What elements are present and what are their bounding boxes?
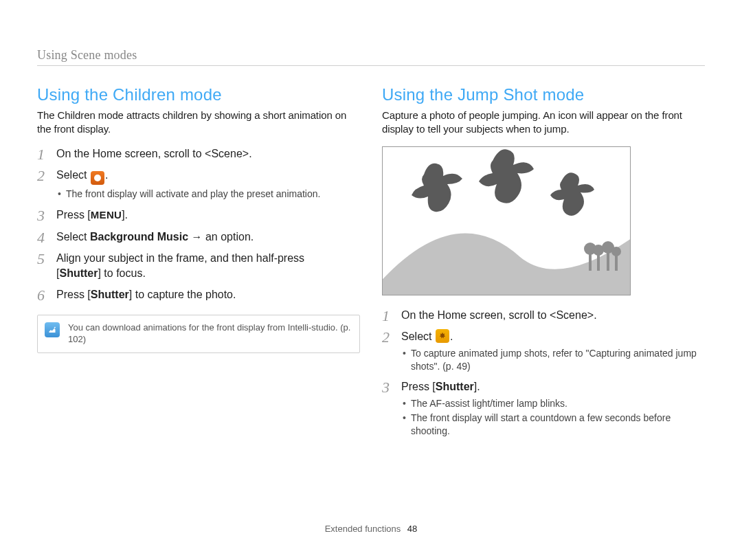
children-mode-icon — [91, 171, 104, 185]
step-2: Select . The front display will activate… — [37, 168, 360, 201]
step-bold: Background Music — [90, 231, 188, 243]
step-3: Press [MENU]. — [37, 208, 360, 223]
step-text-pre: Select — [401, 331, 435, 342]
step-text-pre: Press [ — [401, 381, 436, 392]
step-text-post: → an option. — [188, 231, 254, 243]
divider — [37, 65, 705, 66]
step-text-pre: Press [ — [56, 209, 91, 221]
step-bold: Shutter — [59, 267, 98, 279]
step-text-post: ] to capture the photo. — [129, 289, 236, 300]
step-5: Align your subject in the frame, and the… — [37, 251, 360, 280]
note-text: You can download animations for the fron… — [68, 322, 350, 344]
footer-section: Extended functions — [325, 524, 401, 534]
steps-list: On the Home screen, scroll to <Scene>. S… — [37, 146, 360, 302]
menu-button-label: MENU — [91, 209, 122, 221]
step-sub-list: The front display will activate and play… — [56, 188, 360, 201]
note-box: You can download animations for the fron… — [37, 315, 360, 353]
step-4: Select Background Music → an option. — [37, 229, 360, 245]
breadcrumb: Using Scene modes — [37, 48, 705, 63]
step-sub-list: The AF-assist light/timer lamp blinks. T… — [401, 397, 705, 438]
page-number: 48 — [407, 524, 417, 534]
section-intro: The Children mode attracts children by s… — [37, 109, 360, 137]
manual-page: Using Scene modes Using the Children mod… — [0, 0, 742, 560]
section-heading-jump-shot-mode: Using the Jump Shot mode — [382, 85, 705, 104]
note-info-icon — [45, 322, 60, 337]
section-heading-children-mode: Using the Children mode — [37, 85, 360, 104]
step-text-post: . — [105, 169, 108, 181]
steps-list: On the Home screen, scroll to <Scene>. S… — [382, 308, 705, 438]
step-bold: Shutter — [436, 381, 474, 392]
step-3: Press [Shutter]. The AF-assist light/tim… — [382, 379, 705, 437]
step-text: On the Home screen, scroll to <Scene>. — [56, 148, 252, 159]
step-text-post: ]. — [122, 209, 128, 221]
step-2: Select . To capture animated jump shots,… — [382, 329, 705, 372]
two-column-layout: Using the Children mode The Children mod… — [37, 85, 705, 445]
jump-shot-mode-icon — [436, 329, 449, 343]
step-text: On the Home screen, scroll to <Scene>. — [401, 309, 597, 321]
step-text-pre: Select — [56, 169, 90, 181]
step-sub-item: The AF-assist light/timer lamp blinks. — [401, 397, 705, 410]
step-text-pre: Press [ — [56, 289, 91, 300]
step-text-post: . — [450, 331, 453, 342]
jump-shot-illustration — [382, 146, 631, 295]
right-column: Using the Jump Shot mode Capture a photo… — [382, 85, 705, 445]
step-1: On the Home screen, scroll to <Scene>. — [382, 308, 705, 323]
left-column: Using the Children mode The Children mod… — [37, 85, 360, 445]
svg-point-7 — [611, 247, 621, 256]
step-text-line1: Align your subject in the frame, and the… — [56, 252, 304, 264]
step-bold: Shutter — [91, 289, 129, 300]
step-text-post: ] to focus. — [98, 267, 145, 279]
step-text-pre: Select — [56, 231, 90, 243]
page-footer: Extended functions 48 — [0, 524, 742, 534]
step-sub-item: To capture animated jump shots, refer to… — [401, 347, 705, 373]
section-intro: Capture a photo of people jumping. An ic… — [382, 109, 705, 137]
step-sub-item: The front display will activate and play… — [56, 188, 360, 201]
step-text-post: ]. — [474, 381, 480, 392]
step-6: Press [Shutter] to capture the photo. — [37, 287, 360, 302]
step-sub-list: To capture animated jump shots, refer to… — [401, 347, 705, 373]
step-sub-item: The front display will start a countdown… — [401, 412, 705, 438]
step-1: On the Home screen, scroll to <Scene>. — [37, 146, 360, 161]
